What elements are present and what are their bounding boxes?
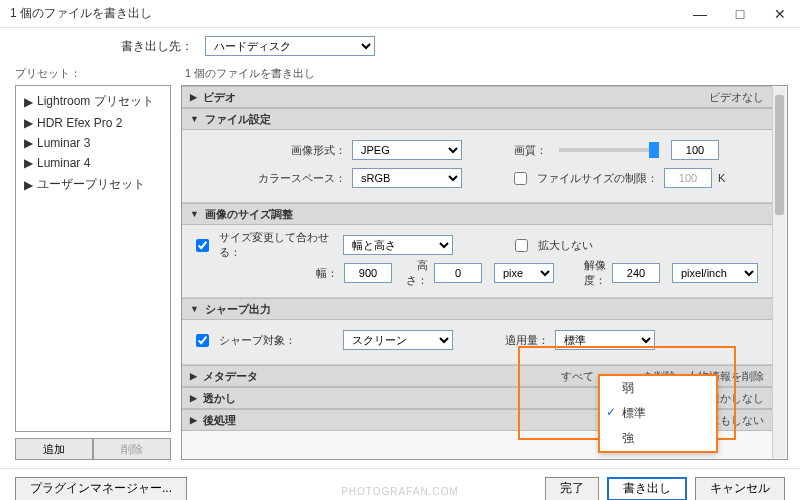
- dropdown-option-standard[interactable]: 標準: [600, 401, 716, 426]
- height-label: 高さ：: [406, 258, 428, 288]
- preset-item[interactable]: ▶Lightroom プリセット: [18, 90, 168, 113]
- preset-item[interactable]: ▶ユーザープリセット: [18, 173, 168, 196]
- format-select[interactable]: JPEG: [352, 140, 462, 160]
- sharpen-enable-checkbox[interactable]: [196, 334, 209, 347]
- cancel-button[interactable]: キャンセル: [695, 477, 785, 501]
- dropdown-option-weak[interactable]: 弱: [600, 376, 716, 401]
- section-sharpen-body: シャープ対象： スクリーン 適用量： 標準: [182, 320, 772, 365]
- chevron-right-icon: ▶: [24, 116, 33, 130]
- export-dest-select[interactable]: ハードディスク: [205, 36, 375, 56]
- window-title: 1 個のファイルを書き出し: [10, 5, 152, 22]
- height-input[interactable]: [434, 263, 482, 283]
- sharpen-amount-label: 適用量：: [505, 333, 549, 348]
- export-dest-label: 書き出し先：: [0, 38, 205, 55]
- colorspace-select[interactable]: sRGB: [352, 168, 462, 188]
- presets-label: プリセット：: [15, 66, 171, 81]
- section-video-header[interactable]: ビデオ ビデオなし: [182, 86, 772, 108]
- section-resize-body: サイズ変更して合わせる： 幅と高さ 拡大しない 幅： 高さ： pixel 解像度…: [182, 225, 772, 298]
- preset-add-button[interactable]: 追加: [15, 438, 93, 460]
- plugin-manager-button[interactable]: プラグインマネージャー...: [15, 477, 187, 501]
- preset-remove-button[interactable]: 削除: [93, 438, 171, 460]
- sharpen-amount-select[interactable]: 標準: [555, 330, 655, 350]
- quality-label: 画質：: [514, 143, 547, 158]
- panel-scrollbar[interactable]: [772, 87, 786, 458]
- close-button[interactable]: ✕: [760, 0, 800, 28]
- resize-fit-checkbox[interactable]: [196, 239, 209, 252]
- sharpen-target-select[interactable]: スクリーン: [343, 330, 453, 350]
- colorspace-label: カラースペース：: [196, 171, 346, 186]
- section-sharpen-header[interactable]: シャープ出力: [182, 298, 772, 320]
- resolution-input[interactable]: [612, 263, 660, 283]
- format-label: 画像形式：: [196, 143, 346, 158]
- section-file-body: 画像形式： JPEG 画質： カラースペース： sRGB ファイルサイズの制限：…: [182, 130, 772, 203]
- resize-fit-label: サイズ変更して合わせる：: [219, 230, 337, 260]
- chevron-right-icon: ▶: [24, 178, 33, 192]
- maximize-button[interactable]: □: [720, 0, 760, 28]
- preset-item[interactable]: ▶Luminar 4: [18, 153, 168, 173]
- quality-slider[interactable]: [559, 148, 659, 152]
- section-resize-header[interactable]: 画像のサイズ調整: [182, 203, 772, 225]
- resize-fit-select[interactable]: 幅と高さ: [343, 235, 453, 255]
- preset-item[interactable]: ▶HDR Efex Pro 2: [18, 113, 168, 133]
- dropdown-option-strong[interactable]: 強: [600, 426, 716, 451]
- chevron-right-icon: ▶: [24, 95, 33, 109]
- sharpen-target-label: シャープ対象：: [219, 333, 337, 348]
- filesize-limit-checkbox[interactable]: [514, 172, 527, 185]
- chevron-right-icon: ▶: [24, 136, 33, 150]
- sharpen-amount-dropdown[interactable]: 弱 標準 強: [598, 374, 718, 453]
- width-label: 幅：: [316, 266, 338, 281]
- preset-item[interactable]: ▶Luminar 3: [18, 133, 168, 153]
- scrollbar-thumb[interactable]: [775, 95, 784, 215]
- slider-thumb[interactable]: [649, 142, 659, 158]
- filesize-limit-input[interactable]: [664, 168, 712, 188]
- quality-input[interactable]: [671, 140, 719, 160]
- presets-list[interactable]: ▶Lightroom プリセット ▶HDR Efex Pro 2 ▶Lumina…: [15, 85, 171, 432]
- resolution-label: 解像度：: [580, 258, 606, 288]
- titlebar: 1 個のファイルを書き出し — □ ✕: [0, 0, 800, 28]
- no-enlarge-label: 拡大しない: [538, 238, 593, 253]
- right-panel-label: 1 個のファイルを書き出し: [185, 66, 788, 81]
- width-input[interactable]: [344, 263, 392, 283]
- chevron-right-icon: ▶: [24, 156, 33, 170]
- export-button[interactable]: 書き出し: [607, 477, 687, 501]
- settings-panel: ビデオ ビデオなし ファイル設定 画像形式： JPEG 画質： カラースペース：…: [181, 85, 788, 460]
- section-file-header[interactable]: ファイル設定: [182, 108, 772, 130]
- size-unit-select[interactable]: pixel: [494, 263, 554, 283]
- no-enlarge-checkbox[interactable]: [515, 239, 528, 252]
- minimize-button[interactable]: —: [680, 0, 720, 28]
- resolution-unit-select[interactable]: pixel/inch: [672, 263, 758, 283]
- filesize-limit-label: ファイルサイズの制限：: [537, 171, 658, 186]
- done-button[interactable]: 完了: [545, 477, 599, 501]
